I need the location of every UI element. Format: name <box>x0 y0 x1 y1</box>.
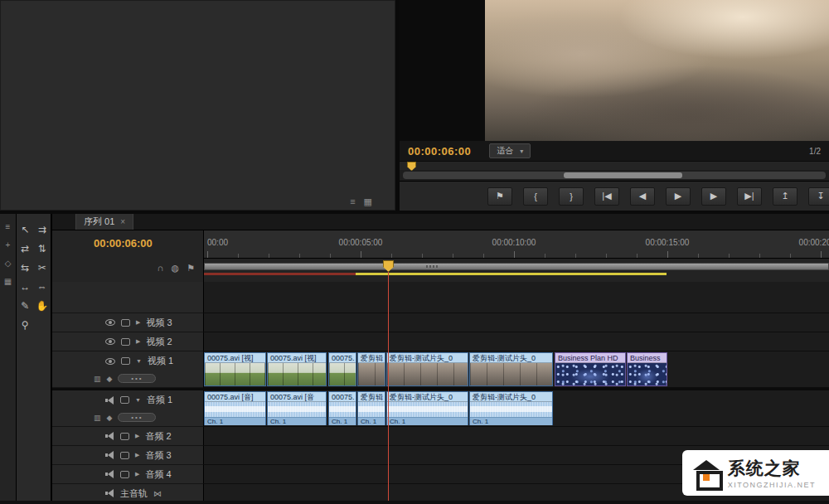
pen-tool[interactable]: ✎ <box>21 300 29 312</box>
marker-menu-button[interactable]: ◍ <box>172 263 180 282</box>
scrollbar-handle[interactable] <box>564 172 682 178</box>
sync-lock-icon[interactable] <box>121 357 130 365</box>
play-button[interactable]: ▶ <box>666 187 691 206</box>
step-forward-button[interactable]: ▶ <box>701 187 726 206</box>
lift-button[interactable]: ↥ <box>773 187 797 206</box>
sync-lock-icon[interactable] <box>120 471 129 478</box>
timeline-clip[interactable]: 爱剪辑-测试片头_0 <box>386 352 468 386</box>
toggle-track-output-icon[interactable] <box>105 319 115 326</box>
collapse-track-icon[interactable]: ▶ <box>136 319 140 326</box>
keyframe-icon[interactable]: ◆ <box>107 375 113 383</box>
zoom-fit-dropdown[interactable]: 适合 ▾ <box>489 143 531 158</box>
go-to-in-button[interactable]: |◀ <box>594 187 619 206</box>
panel-strip-icon-0[interactable]: ≡ <box>6 222 11 231</box>
collapse-track-icon[interactable]: ▶ <box>136 338 140 345</box>
keyframe-navigator[interactable]: ••• <box>118 413 156 422</box>
project-panel-icon-1[interactable]: ▦ <box>364 196 372 207</box>
snap-toggle[interactable]: ∩ <box>158 263 164 282</box>
show-keyframes-icon[interactable]: ⋈ <box>153 489 162 498</box>
toggle-track-output-icon[interactable] <box>105 358 115 365</box>
selection-tool[interactable]: ↖ <box>21 224 29 235</box>
work-area-bar-zone[interactable] <box>204 259 829 282</box>
timeline-clip[interactable]: 爱剪辑 <box>357 352 385 386</box>
mark-in-button[interactable]: { <box>523 187 548 206</box>
timeline-ruler[interactable]: 00:0000:00:05:0000:00:10:0000:00:15:0000… <box>204 230 829 259</box>
work-area-grip[interactable] <box>426 265 438 268</box>
timeline-audio-clip[interactable]: 爱剪辑-测试片头_0Ch. 1 <box>386 391 468 425</box>
playhead-line[interactable] <box>388 272 389 501</box>
track-content-1[interactable] <box>204 313 829 332</box>
sync-lock-icon[interactable] <box>121 338 130 346</box>
project-panel-icon-0[interactable]: ≡ <box>350 196 355 207</box>
panel-strip-icon-1[interactable]: + <box>6 240 11 250</box>
ripple-edit-tool[interactable]: ⇄ <box>21 243 29 254</box>
timeline-clip[interactable]: Business Plan HD <box>555 352 626 386</box>
toggle-track-output-icon[interactable] <box>105 338 115 345</box>
master-audio-icon[interactable] <box>105 489 114 497</box>
collapse-track-icon[interactable]: ▶ <box>135 471 139 477</box>
timeline-clip[interactable]: Business <box>627 352 667 386</box>
panel-strip-icon-2[interactable]: ◇ <box>5 259 12 268</box>
collapse-track-icon[interactable]: ▼ <box>135 397 141 403</box>
timeline-clip[interactable]: 00075. <box>328 352 356 386</box>
toggle-track-audio-icon[interactable] <box>105 470 114 478</box>
panel-strip-icon-3[interactable]: ▦ <box>4 277 12 286</box>
playback-resolution[interactable]: 1/2 <box>809 147 821 156</box>
razor-tool[interactable]: ✂ <box>38 262 46 274</box>
slide-tool[interactable]: ⇔ <box>37 281 47 293</box>
rate-stretch-tool[interactable]: ⇆ <box>21 262 29 274</box>
display-style-icon[interactable]: ▥ <box>94 414 101 422</box>
track-content-4[interactable]: 00075.avi [音]Ch. 100075.avi [音Ch. 100075… <box>204 390 829 427</box>
track-content-2[interactable] <box>204 332 829 351</box>
monitor-scrollbar[interactable] <box>400 170 829 181</box>
track-content-5[interactable] <box>204 427 829 446</box>
watermark-text: 系统之家 XITONGZHIJIA.NET <box>728 457 816 489</box>
timeline-clip[interactable]: 00075.avi [视] <box>204 352 266 386</box>
keyframe-navigator[interactable]: ••• <box>118 374 156 383</box>
timeline-audio-clip[interactable]: 00075.avi [音Ch. 1 <box>267 391 327 425</box>
sync-lock-icon[interactable] <box>121 319 130 327</box>
scrollbar-track[interactable] <box>403 172 826 179</box>
sync-lock-icon[interactable] <box>120 433 129 440</box>
slip-tool[interactable]: ↔ <box>20 281 30 293</box>
timeline-clip[interactable]: 00075.avi [视] <box>267 352 327 386</box>
step-back-button[interactable]: ◀ <box>630 187 655 206</box>
mark-out-button[interactable]: } <box>559 187 584 206</box>
project-panel[interactable]: ≡▦ <box>0 0 400 211</box>
timeline-header-row: 00:00:06:00 00:0000:00:05:0000:00:10:000… <box>52 230 829 259</box>
toggle-track-audio-icon[interactable] <box>105 451 114 459</box>
close-icon[interactable]: × <box>120 217 125 226</box>
track-content-3[interactable]: 00075.avi [视]00075.avi [视]00075.爱剪辑爱剪辑-测… <box>204 351 829 388</box>
collapse-track-icon[interactable]: ▶ <box>135 452 139 458</box>
sync-lock-icon[interactable] <box>120 396 129 404</box>
timeline-audio-clip[interactable]: 爱剪辑Ch. 1 <box>357 391 385 425</box>
zoom-tool[interactable]: ⚲ <box>22 319 29 331</box>
keyframe-icon[interactable]: ◆ <box>107 414 113 422</box>
hand-tool[interactable]: ✋ <box>36 300 48 312</box>
display-style-icon[interactable]: ▥ <box>94 375 101 383</box>
monitor-playhead-marker[interactable] <box>407 162 416 171</box>
program-monitor-viewport[interactable] <box>400 0 829 141</box>
add-marker-button[interactable]: ⚑ <box>187 263 195 282</box>
timeline-timecode[interactable]: 00:00:06:00 <box>52 230 204 259</box>
extract-button[interactable]: ↧ <box>808 187 829 206</box>
track-header: ▶音频 4 <box>52 465 204 484</box>
toggle-track-audio-icon[interactable] <box>105 396 114 405</box>
add-marker-button[interactable]: ⚑ <box>487 187 512 206</box>
timeline-audio-clip[interactable]: 00075.avi [音]Ch. 1 <box>204 391 266 425</box>
timeline-clip[interactable]: 爱剪辑-测试片头_0 <box>469 352 553 386</box>
monitor-mini-timeline[interactable] <box>400 161 829 170</box>
go-to-out-button[interactable]: ▶| <box>737 187 762 206</box>
clip-label: 爱剪辑-测试片头_0 <box>470 353 552 363</box>
timeline-audio-clip[interactable]: 00075.Ch. 1 <box>328 391 356 425</box>
timeline-audio-clip[interactable]: 爱剪辑-测试片头_0Ch. 1 <box>469 391 553 425</box>
work-area-bar[interactable] <box>204 263 829 270</box>
sync-lock-icon[interactable] <box>120 452 129 459</box>
collapse-track-icon[interactable]: ▼ <box>136 358 142 364</box>
collapse-track-icon[interactable]: ▶ <box>135 433 139 439</box>
track-select-tool[interactable]: ⇉ <box>38 224 46 235</box>
sequence-tab[interactable]: 序列 01 × <box>75 214 133 230</box>
current-timecode[interactable]: 00:00:06:00 <box>408 145 471 158</box>
rolling-edit-tool[interactable]: ⇅ <box>38 243 46 254</box>
toggle-track-audio-icon[interactable] <box>105 432 114 440</box>
